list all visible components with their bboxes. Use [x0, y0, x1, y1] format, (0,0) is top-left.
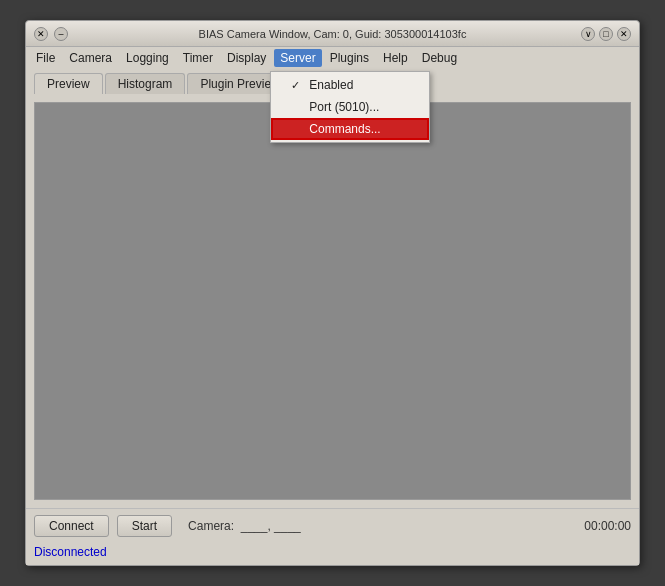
menu-display[interactable]: Display	[221, 49, 272, 67]
menu-plugins[interactable]: Plugins	[324, 49, 375, 67]
tab-preview[interactable]: Preview	[34, 73, 103, 94]
server-menu-enabled[interactable]: ✓ Enabled	[271, 74, 429, 96]
minimize-button[interactable]: –	[54, 27, 68, 41]
content-area	[26, 94, 639, 508]
timer-display: 00:00:00	[584, 519, 631, 533]
server-menu-commands[interactable]: Commands...	[271, 118, 429, 140]
server-port-label: Port (5010)...	[309, 100, 379, 114]
menu-camera[interactable]: Camera	[63, 49, 118, 67]
server-enabled-label: Enabled	[309, 78, 353, 92]
status-text: Disconnected	[34, 545, 107, 559]
menu-debug[interactable]: Debug	[416, 49, 463, 67]
menubar: File Camera Logging Timer Display Server…	[26, 47, 639, 69]
bottom-bar: Connect Start Camera: ____, ____ 00:00:0…	[26, 508, 639, 543]
menu-help[interactable]: Help	[377, 49, 414, 67]
close-btn-right[interactable]: ✕	[617, 27, 631, 41]
preview-panel	[34, 102, 631, 500]
server-menu-port[interactable]: Port (5010)...	[271, 96, 429, 118]
menu-file[interactable]: File	[30, 49, 61, 67]
minimize-btn-right[interactable]: ∨	[581, 27, 595, 41]
main-window: ✕ – BIAS Camera Window, Cam: 0, Guid: 30…	[25, 20, 640, 566]
window-title: BIAS Camera Window, Cam: 0, Guid: 305300…	[199, 28, 467, 40]
enabled-checkmark: ✓	[291, 79, 303, 92]
server-commands-label: Commands...	[309, 122, 380, 136]
camera-label: Camera: ____, ____	[188, 519, 301, 533]
server-dropdown-container: Server ✓ Enabled Port (5010)... Commands…	[274, 49, 321, 67]
maximize-btn-right[interactable]: □	[599, 27, 613, 41]
menu-logging[interactable]: Logging	[120, 49, 175, 67]
menu-server[interactable]: Server	[274, 49, 321, 67]
tab-histogram[interactable]: Histogram	[105, 73, 186, 94]
start-button[interactable]: Start	[117, 515, 172, 537]
menu-timer[interactable]: Timer	[177, 49, 219, 67]
status-bar: Disconnected	[26, 543, 639, 565]
close-button[interactable]: ✕	[34, 27, 48, 41]
window-controls-right: ∨ □ ✕	[581, 27, 631, 41]
title-bar: ✕ – BIAS Camera Window, Cam: 0, Guid: 30…	[26, 21, 639, 47]
connect-button[interactable]: Connect	[34, 515, 109, 537]
window-controls: ✕ –	[34, 27, 68, 41]
server-dropdown-menu: ✓ Enabled Port (5010)... Commands...	[270, 71, 430, 143]
